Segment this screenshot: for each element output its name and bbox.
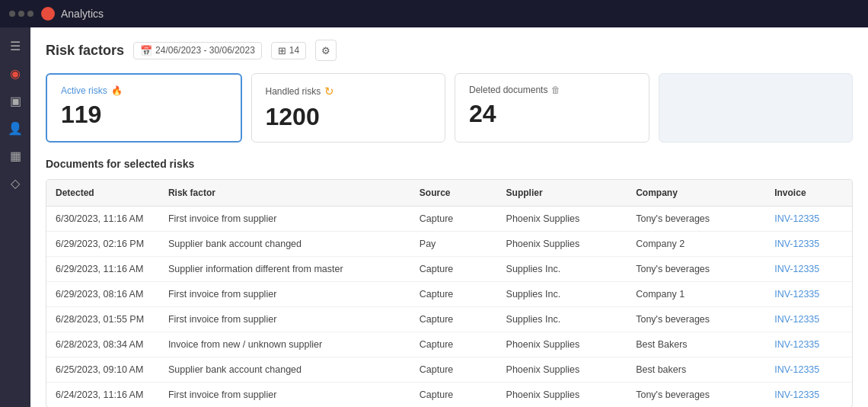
table-header: Detected Risk factor Source Supplier Com… <box>46 180 852 207</box>
handled-risks-label: Handled risks ↻ <box>266 85 432 98</box>
cell-supplier: Phoenix Supplies <box>497 383 627 408</box>
main-content: Risk factors 📅 24/06/2023 - 30/06/2023 ⊞… <box>30 27 868 407</box>
grid-icon: ⊞ <box>278 45 286 56</box>
page-header: Risk factors 📅 24/06/2023 - 30/06/2023 ⊞… <box>46 40 853 61</box>
metric-active-risks[interactable]: Active risks 🔥 119 <box>46 73 242 143</box>
cell-risk-factor: First invoice from supplier <box>159 207 410 232</box>
cell-risk-factor: Supplier information different from mast… <box>159 257 410 282</box>
nav-cart-icon[interactable]: ◇ <box>3 171 27 195</box>
cell-detected: 6/28/2023, 08:34 AM <box>46 332 159 357</box>
nav-documents-icon[interactable]: ▣ <box>3 88 27 113</box>
deleted-docs-label: Deleted documents 🗑 <box>469 85 635 95</box>
cell-risk-factor: First invoice from supplier <box>159 282 410 307</box>
invoice-link[interactable]: INV-12335 <box>774 289 819 300</box>
left-nav: ☰ ◉ ▣ 👤 ▦ ◇ <box>0 27 30 407</box>
cell-risk-factor: Invoice from new / unknown supplier <box>159 332 410 357</box>
table-row[interactable]: 6/28/2023, 01:55 PMFirst invoice from su… <box>46 307 852 332</box>
cell-supplier: Phoenix Supplies <box>497 207 627 232</box>
cell-company: Tony's beverages <box>627 207 765 232</box>
cell-detected: 6/29/2023, 02:16 PM <box>46 232 159 257</box>
cell-invoice[interactable]: INV-12335 <box>765 332 852 357</box>
app-title: Analytics <box>61 8 104 20</box>
cell-invoice[interactable]: INV-12335 <box>765 207 852 232</box>
documents-section-title: Documents for selected risks <box>46 158 853 170</box>
table-row[interactable]: 6/28/2023, 08:34 AMInvoice from new / un… <box>46 332 852 357</box>
invoice-link[interactable]: INV-12335 <box>774 213 819 224</box>
cell-detected: 6/25/2023, 09:10 AM <box>46 357 159 383</box>
count-badge: ⊞ 14 <box>271 42 306 59</box>
cell-risk-factor: Supplier bank account changed <box>159 357 410 383</box>
settings-button[interactable]: ⚙ <box>315 40 337 61</box>
cell-detected: 6/24/2023, 11:16 AM <box>46 383 159 408</box>
invoice-link[interactable]: INV-12335 <box>774 339 819 350</box>
table-row[interactable]: 6/30/2023, 11:16 AMFirst invoice from su… <box>46 207 852 232</box>
cell-company: Tony's beverages <box>627 307 765 332</box>
cell-source: Capture <box>410 383 497 408</box>
cell-invoice[interactable]: INV-12335 <box>765 282 852 307</box>
metric-empty <box>659 73 854 143</box>
invoice-link[interactable]: INV-12335 <box>774 364 819 375</box>
cell-supplier: Phoenix Supplies <box>497 332 627 357</box>
calendar-icon: 📅 <box>140 45 152 56</box>
cell-invoice[interactable]: INV-12335 <box>765 232 852 257</box>
cell-invoice[interactable]: INV-12335 <box>765 257 852 282</box>
handled-risks-value: 1200 <box>266 103 432 131</box>
col-header-detected: Detected <box>46 180 159 207</box>
cell-supplier: Phoenix Supplies <box>497 232 627 257</box>
cell-detected: 6/29/2023, 11:16 AM <box>46 257 159 282</box>
col-header-source: Source <box>410 180 497 207</box>
cell-source: Capture <box>410 282 497 307</box>
dot-1 <box>9 11 15 17</box>
app-logo <box>41 7 55 21</box>
date-range-filter[interactable]: 📅 24/06/2023 - 30/06/2023 <box>133 42 262 59</box>
window-controls <box>9 11 34 17</box>
invoice-link[interactable]: INV-12335 <box>774 264 819 274</box>
table-body: 6/30/2023, 11:16 AMFirst invoice from su… <box>46 207 852 408</box>
cell-company: Company 2 <box>627 232 765 257</box>
deleted-docs-text: Deleted documents <box>469 85 547 95</box>
cell-source: Capture <box>410 257 497 282</box>
table-row[interactable]: 6/29/2023, 11:16 AMSupplier information … <box>46 257 852 282</box>
cell-source: Capture <box>410 332 497 357</box>
invoice-link[interactable]: INV-12335 <box>774 239 819 249</box>
cell-company: Best Bakers <box>627 332 765 357</box>
nav-menu-icon[interactable]: ☰ <box>3 34 27 58</box>
cell-risk-factor: Supplier bank account changed <box>159 232 410 257</box>
metric-deleted-docs[interactable]: Deleted documents 🗑 24 <box>455 73 649 143</box>
dot-3 <box>27 11 34 17</box>
documents-table: Detected Risk factor Source Supplier Com… <box>46 180 852 407</box>
invoice-link[interactable]: INV-12335 <box>774 314 819 325</box>
cell-risk-factor: First invoice from supplier <box>159 383 410 408</box>
cell-source: Capture <box>410 307 497 332</box>
cell-company: Company 1 <box>627 282 765 307</box>
cell-invoice[interactable]: INV-12335 <box>765 383 852 408</box>
table-row[interactable]: 6/29/2023, 02:16 PMSupplier bank account… <box>46 232 852 257</box>
nav-user-icon[interactable]: 👤 <box>3 116 27 140</box>
cell-source: Capture <box>410 357 497 383</box>
table-row[interactable]: 6/29/2023, 08:16 AMFirst invoice from su… <box>46 282 852 307</box>
nav-widget-icon[interactable]: ▦ <box>3 143 27 168</box>
cell-company: Tony's beverages <box>627 383 765 408</box>
active-risks-text: Active risks <box>61 85 107 96</box>
deleted-docs-value: 24 <box>469 100 635 128</box>
gear-icon: ⚙ <box>321 45 330 56</box>
cell-company: Tony's beverages <box>627 257 765 282</box>
invoice-link[interactable]: INV-12335 <box>774 389 819 400</box>
cell-detected: 6/30/2023, 11:16 AM <box>46 207 159 232</box>
date-range-text: 24/06/2023 - 30/06/2023 <box>155 45 255 56</box>
nav-risk-icon[interactable]: ◉ <box>3 61 27 85</box>
delete-icon: 🗑 <box>551 85 560 95</box>
cell-supplier: Phoenix Supplies <box>497 357 627 383</box>
metric-handled-risks[interactable]: Handled risks ↻ 1200 <box>251 73 446 143</box>
handled-risks-text: Handled risks <box>266 86 321 97</box>
cell-invoice[interactable]: INV-12335 <box>765 307 852 332</box>
cell-invoice[interactable]: INV-12335 <box>765 357 852 383</box>
badge-count: 14 <box>289 45 299 56</box>
col-header-risk-factor: Risk factor <box>159 180 410 207</box>
top-bar: Analytics <box>0 0 868 27</box>
cell-supplier: Supplies Inc. <box>497 307 627 332</box>
cell-source: Pay <box>410 232 497 257</box>
table-row[interactable]: 6/24/2023, 11:16 AMFirst invoice from su… <box>46 383 852 408</box>
table-row[interactable]: 6/25/2023, 09:10 AMSupplier bank account… <box>46 357 852 383</box>
metrics-row: Active risks 🔥 119 Handled risks ↻ 1200 … <box>46 73 853 143</box>
